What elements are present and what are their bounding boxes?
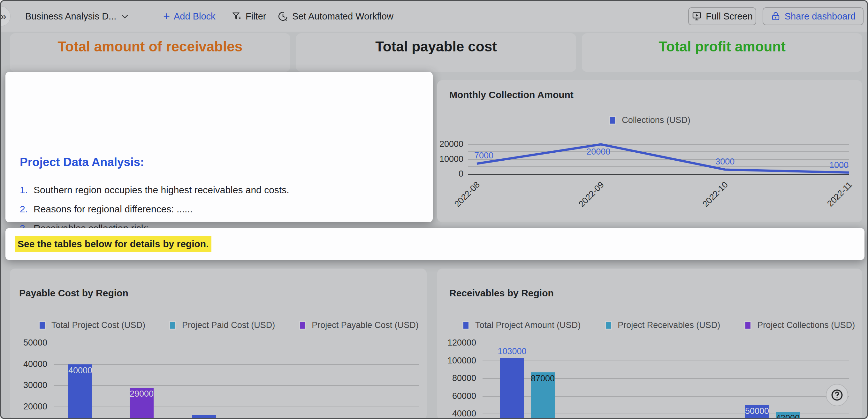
chevrons-right-icon: » <box>0 10 6 22</box>
banner-highlighted-text: See the tables below for details by regi… <box>15 236 211 252</box>
y-axis-label: 40000 <box>10 359 47 369</box>
y-axis-label: 120000 <box>438 338 476 348</box>
monthly-collection-chart-block: Monthly Collection Amount Collections (U… <box>437 80 862 222</box>
legend-label: Project Paid Cost (USD) <box>182 320 275 330</box>
legend-label: Collections (USD) <box>622 115 690 125</box>
full-screen-button[interactable]: Full Screen <box>688 7 756 25</box>
add-block-button[interactable]: + Add Block <box>163 1 216 32</box>
list-text: Reasons for regional differences: ...... <box>34 203 192 215</box>
y-axis-label: 0 <box>437 169 463 179</box>
help-button[interactable] <box>826 384 848 406</box>
filter-button[interactable]: Filter <box>231 1 266 32</box>
stat-title-payable: Total payable cost <box>296 38 577 55</box>
legend-swatch <box>462 321 469 330</box>
gridline <box>468 167 849 167</box>
gridline <box>54 407 419 407</box>
analysis-text-block: Project Data Analysis: 1. Southern regio… <box>5 72 433 222</box>
set-automated-workflow-button[interactable]: Set Automated Workflow <box>278 1 394 32</box>
bar-value-label: 16000 <box>182 416 225 419</box>
legend-item[interactable]: Total Project Cost (USD) <box>39 320 145 330</box>
payable-cost-chart-block: Payable Cost by Region Total Project Cos… <box>10 269 427 419</box>
gridline <box>483 343 849 343</box>
automation-clock-icon <box>278 11 288 22</box>
bar-value-label: 29000 <box>120 389 163 399</box>
dashboard-title-dropdown[interactable]: Business Analysis D... <box>25 1 130 32</box>
y-axis-label: 60000 <box>438 391 476 401</box>
x-axis-label: 2022-11 <box>809 180 854 222</box>
legend-label: Project Payable Cost (USD) <box>312 320 419 330</box>
bar-value-label: 42000 <box>766 413 809 419</box>
chevron-down-icon <box>120 11 130 21</box>
bar-value-label: 87000 <box>521 373 564 384</box>
legend-label: Project Receivables (USD) <box>618 320 720 330</box>
legend-label: Total Project Amount (USD) <box>475 320 581 330</box>
presentation-screen-icon <box>692 11 702 21</box>
gridline <box>468 137 849 137</box>
list-item: 2. Reasons for regional differences: ...… <box>20 203 289 215</box>
gridline <box>468 159 849 160</box>
chart-legend: Total Project Amount (USD) Project Recei… <box>462 320 855 330</box>
stat-card-row: Total amount of receivables Total payabl… <box>10 33 862 72</box>
chart-title: Receivables by Region <box>449 288 554 299</box>
gridline <box>468 151 849 152</box>
gridline <box>468 174 849 175</box>
bar-value-label: 103000 <box>491 347 534 356</box>
data-point-label: 20000 <box>576 147 621 157</box>
x-axis-label: 2022-09 <box>560 180 606 222</box>
legend-label: Total Project Cost (USD) <box>52 320 145 330</box>
receivables-chart-block: Receivables by Region Total Project Amou… <box>437 269 862 419</box>
legend-item[interactable]: Project Paid Cost (USD) <box>169 320 275 330</box>
legend-item[interactable]: Project Collections (USD) <box>744 320 855 330</box>
legend-item[interactable]: Collections (USD) <box>609 115 690 125</box>
stat-title-receivables: Total amount of receivables <box>10 38 290 55</box>
fullscreen-label: Full Screen <box>706 11 753 22</box>
list-text: Southern region occupies the highest rec… <box>34 184 289 196</box>
y-axis-label: 30000 <box>10 380 47 390</box>
lock-icon <box>771 11 781 21</box>
list-number: 1. <box>20 184 34 196</box>
y-axis-label: 10000 <box>437 154 463 164</box>
y-axis-label: 50000 <box>10 338 47 348</box>
legend-label: Project Collections (USD) <box>757 320 855 330</box>
chart-title: Monthly Collection Amount <box>449 89 574 100</box>
chart-legend: Total Project Cost (USD) Project Paid Co… <box>39 320 419 330</box>
legend-swatch <box>605 321 612 330</box>
x-axis-label: 2022-08 <box>437 180 482 222</box>
chart-legend: Collections (USD) <box>437 115 862 125</box>
data-point-label: 7000 <box>474 151 519 161</box>
chart-title: Payable Cost by Region <box>19 288 128 299</box>
stat-card-profit: Total profit amount <box>582 33 862 72</box>
list-number: 2. <box>20 203 34 215</box>
analysis-title: Project Data Analysis: <box>20 155 144 169</box>
legend-swatch <box>744 321 751 330</box>
gridline <box>54 343 419 343</box>
y-axis-label: 100000 <box>438 356 476 366</box>
dashboard-screen: » Business Analysis D... + Add Block Fil… <box>0 0 868 419</box>
list-item: 1. Southern region occupies the highest … <box>20 184 289 196</box>
legend-swatch <box>609 116 616 124</box>
filter-funnel-icon <box>231 11 242 21</box>
legend-swatch <box>39 321 46 330</box>
legend-item[interactable]: Project Receivables (USD) <box>605 320 720 330</box>
legend-swatch <box>299 321 306 330</box>
share-dashboard-button[interactable]: Share dashboard <box>763 7 864 25</box>
share-label: Share dashboard <box>785 11 856 22</box>
gridline <box>54 385 419 386</box>
legend-item[interactable]: Project Payable Cost (USD) <box>299 320 419 330</box>
legend-swatch <box>169 321 176 330</box>
toolbar: » Business Analysis D... + Add Block Fil… <box>1 1 867 32</box>
bar-value-label: 40000 <box>59 366 102 376</box>
gridline <box>468 144 849 145</box>
x-axis-label: 2022-10 <box>685 180 730 222</box>
y-axis-label: 40000 <box>438 409 476 419</box>
y-axis-label: 20000 <box>437 139 463 149</box>
expand-sidebar-button[interactable]: » <box>0 6 10 27</box>
region-banner-block: See the tables below for details by regi… <box>5 228 865 260</box>
gridline <box>54 364 419 365</box>
data-point-label: 1000 <box>804 160 848 170</box>
add-block-label: Add Block <box>174 11 216 22</box>
stat-title-profit: Total profit amount <box>582 38 862 55</box>
legend-item[interactable]: Total Project Amount (USD) <box>462 320 581 330</box>
stat-card-receivables: Total amount of receivables <box>10 33 290 72</box>
y-axis-label: 20000 <box>10 402 47 412</box>
